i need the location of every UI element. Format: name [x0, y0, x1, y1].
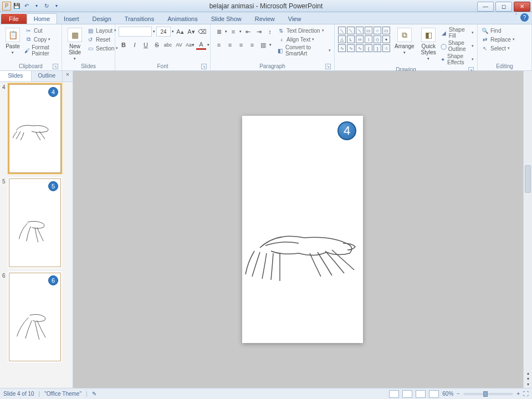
columns-button[interactable]: ▥: [258, 40, 268, 50]
replace-button[interactable]: ⇄Replace▾: [481, 35, 515, 43]
outline-icon: ◯: [441, 42, 447, 50]
inc-indent-button[interactable]: ⇥: [254, 27, 264, 37]
cut-button[interactable]: ✂Cut: [24, 27, 58, 34]
arrange-button[interactable]: ⧉ Arrange▾: [392, 27, 417, 56]
text-direction-button[interactable]: ⇅Text Direction▾: [277, 27, 331, 34]
find-button[interactable]: 🔍Find: [481, 27, 515, 34]
bullets-button[interactable]: ≣: [214, 27, 224, 37]
spacing-button[interactable]: AV: [174, 40, 184, 50]
tab-view[interactable]: View: [282, 14, 308, 24]
tab-home[interactable]: Home: [27, 13, 57, 24]
tab-review[interactable]: Review: [248, 14, 282, 24]
shape-effects-button[interactable]: ✦Shape Effects▾: [441, 53, 474, 65]
dialog-launcher-icon[interactable]: ↘: [53, 64, 58, 69]
redo-icon[interactable]: ↻: [42, 2, 51, 11]
minimize-button[interactable]: —: [477, 2, 494, 12]
case-button[interactable]: Aa▾: [185, 40, 195, 50]
font-size-combo[interactable]: 24: [156, 27, 171, 37]
slideshow-view-button[interactable]: [429, 390, 439, 398]
align-right-button[interactable]: ≡: [236, 40, 246, 50]
tab-file[interactable]: File: [1, 14, 27, 24]
copy-button[interactable]: ⧉Copy▾: [24, 35, 58, 43]
section-button[interactable]: ▭Section▾: [86, 44, 118, 52]
slide-editor[interactable]: 4 ▴ ▾ ▾: [73, 71, 532, 388]
zoom-slider[interactable]: [463, 393, 513, 395]
italic-button[interactable]: I: [130, 40, 140, 50]
reading-view-button[interactable]: [416, 390, 426, 398]
shape-fill-button[interactable]: ◢Shape Fill▾: [441, 27, 474, 39]
shrink-font-button[interactable]: A▾: [186, 27, 196, 37]
underline-button[interactable]: U: [141, 40, 151, 50]
panel-tab-slides[interactable]: Slides: [0, 71, 32, 81]
help-icon[interactable]: ?: [520, 13, 529, 22]
editor-scrollbar[interactable]: ▴ ▾ ▾: [523, 71, 532, 388]
align-center-button[interactable]: ≡: [225, 40, 235, 50]
next-slide-icon[interactable]: ▾: [527, 376, 529, 381]
line-spacing-button[interactable]: ↕: [265, 27, 275, 37]
tab-animations[interactable]: Animations: [161, 14, 204, 24]
fit-button[interactable]: ⛶: [523, 391, 529, 397]
thumb-row[interactable]: 5 5: [2, 178, 70, 267]
select-button[interactable]: ↖Select▾: [481, 44, 515, 52]
thumb-row[interactable]: 6 6: [2, 273, 70, 361]
normal-view-button[interactable]: [389, 390, 399, 398]
reset-button[interactable]: ↺Reset: [86, 35, 118, 43]
dialog-launcher-icon[interactable]: ↘: [325, 64, 331, 69]
paste-button[interactable]: 📋 Paste ▾: [3, 27, 22, 56]
quick-styles-button[interactable]: ◧ Quick Styles▾: [419, 27, 438, 62]
smartart-button[interactable]: ◧Convert to SmartArt▾: [277, 44, 331, 57]
tab-design[interactable]: Design: [86, 14, 118, 24]
zoom-in-button[interactable]: +: [516, 391, 520, 397]
dec-indent-button[interactable]: ⇤: [243, 27, 253, 37]
slide-thumb-5[interactable]: 5: [9, 178, 61, 267]
undo-icon[interactable]: ↶: [22, 2, 31, 11]
grow-font-button[interactable]: A▴: [175, 27, 185, 37]
shapes-gallery[interactable]: ＼＼＼▭○▭ △L⇨↕◇▾ ∿∿∿{}☆: [338, 27, 390, 52]
format-painter-button[interactable]: 🖌Format Painter: [24, 44, 58, 57]
fill-icon: ◢: [441, 29, 447, 37]
thumb-row[interactable]: 4 4: [2, 84, 70, 173]
slide-thumb-4[interactable]: 4: [9, 84, 61, 173]
justify-button[interactable]: ≡: [247, 40, 257, 50]
panel-close-icon[interactable]: ×: [63, 71, 73, 81]
spellcheck-icon[interactable]: ✎: [92, 391, 96, 397]
thumbnails: 4 4 5 5 6 6: [0, 82, 73, 388]
bold-button[interactable]: B: [119, 40, 129, 50]
thumb-badge: 5: [48, 181, 58, 191]
zoom-out-button[interactable]: −: [457, 391, 460, 397]
app-icon: P: [2, 2, 11, 11]
panel-tab-outline[interactable]: Outline: [32, 71, 63, 81]
zoom-knob[interactable]: [483, 391, 488, 397]
minimize-ribbon-icon[interactable]: ˆ: [515, 13, 517, 22]
quick-access-toolbar: P 💾 ↶ ▾ ↻ ▾: [0, 2, 61, 11]
scroll-thumb[interactable]: [525, 165, 531, 193]
font-color-button[interactable]: A: [196, 40, 206, 50]
status-bar: Slide 4 of 10 | "Office Theme" | ✎ 60% −…: [0, 388, 532, 399]
font-family-combo[interactable]: [119, 27, 152, 37]
align-left-button[interactable]: ≡: [214, 40, 224, 50]
sorter-view-button[interactable]: [402, 390, 412, 398]
tab-transitions[interactable]: Transitions: [118, 14, 161, 24]
maximize-button[interactable]: ◻: [495, 2, 512, 12]
numbering-button[interactable]: ≡: [228, 27, 238, 37]
strike-button[interactable]: S: [152, 40, 162, 50]
close-button[interactable]: ✕: [514, 2, 530, 12]
prev-slide-icon[interactable]: ▴: [527, 371, 529, 376]
tab-insert[interactable]: Insert: [57, 14, 86, 24]
qat-customize[interactable]: ▾: [52, 2, 61, 11]
copy-icon: ⧉: [24, 35, 32, 43]
slide-number: 5: [2, 178, 7, 267]
align-text-button[interactable]: ⫞Align Text▾: [277, 35, 331, 43]
dialog-launcher-icon[interactable]: ↘: [201, 64, 207, 69]
save-icon[interactable]: 💾: [12, 2, 21, 11]
new-slide-button[interactable]: ▦ New Slide ▾: [65, 27, 84, 62]
clear-format-button[interactable]: ⌫: [197, 27, 207, 37]
next-slide-icon[interactable]: ▾: [527, 382, 529, 387]
shadow-button[interactable]: abc: [163, 40, 173, 50]
slide-thumb-6[interactable]: 6: [9, 273, 61, 361]
layout-button[interactable]: ▤Layout▾: [86, 27, 118, 34]
current-slide[interactable]: 4: [242, 116, 363, 343]
tab-slideshow[interactable]: Slide Show: [204, 14, 248, 24]
brush-icon: 🖌: [24, 47, 30, 54]
shape-outline-button[interactable]: ◯Shape Outline▾: [441, 40, 474, 52]
